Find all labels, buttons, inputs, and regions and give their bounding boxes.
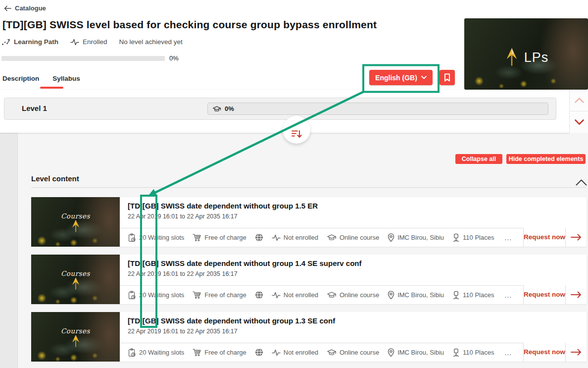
globe-icon bbox=[255, 348, 263, 357]
shopping-cart-icon bbox=[193, 233, 201, 242]
back-arrow-icon bbox=[4, 5, 11, 11]
level-progress-label: 0% bbox=[225, 105, 234, 112]
course-title[interactable]: [TD][GB] SWISS date dependent without gr… bbox=[128, 202, 587, 210]
level-content-heading: Level content bbox=[31, 174, 79, 183]
tab-syllabus[interactable]: Syllabus bbox=[52, 75, 80, 82]
price: Free of charge bbox=[193, 348, 246, 357]
price-label: Free of charge bbox=[204, 349, 246, 356]
breadcrumb-back-catalogue[interactable]: Catalogue bbox=[4, 4, 46, 12]
level-1-bar[interactable]: Level 1 0% bbox=[4, 98, 556, 120]
request-now-button[interactable]: Request now bbox=[523, 343, 566, 362]
content-type-label: Learning Path bbox=[14, 38, 58, 46]
course-thumbnail[interactable]: Courses bbox=[31, 312, 120, 362]
overall-progress-bar bbox=[1, 56, 165, 61]
request-now-button[interactable]: Request now bbox=[523, 285, 566, 304]
waiting-slots-label: 20 Waiting slots bbox=[139, 291, 184, 299]
bookmark-button[interactable] bbox=[440, 70, 455, 85]
flower-arrow-icon bbox=[70, 220, 81, 233]
enrollment: Not enrolled bbox=[272, 291, 318, 299]
bookmark-icon bbox=[444, 73, 450, 82]
learning-path-icon bbox=[1, 38, 10, 46]
course-attributes-strip: 20 Waiting slots Free of charge Not enro… bbox=[120, 285, 587, 304]
activity-pulse-icon bbox=[70, 38, 79, 46]
activity-pulse-icon bbox=[272, 234, 281, 242]
arrow-right-icon bbox=[570, 291, 582, 299]
activity-pulse-icon bbox=[272, 349, 281, 357]
enrollment-status: Enrolled bbox=[70, 38, 107, 46]
chevron-up-icon bbox=[576, 179, 587, 186]
location: IMC Birou, Sibiu bbox=[388, 291, 444, 300]
chevron-down-icon bbox=[421, 76, 427, 79]
waiting-slots-icon bbox=[128, 291, 136, 300]
globe-attribute bbox=[255, 348, 263, 357]
language-selector-label: English (GB) bbox=[375, 74, 417, 82]
more-options-button[interactable]: ... bbox=[504, 349, 512, 357]
location-label: IMC Birou, Sibiu bbox=[397, 349, 444, 356]
language-selector-button[interactable]: English (GB) bbox=[369, 70, 433, 85]
course-format-label: Online course bbox=[340, 291, 379, 299]
course-row: Courses [TD][GB] SWISS date dependent wi… bbox=[31, 255, 587, 304]
course-row: Courses [TD][GB] SWISS date dependent wi… bbox=[31, 312, 587, 362]
course-attributes-strip: 20 Waiting slots Free of charge Not enro… bbox=[120, 228, 587, 247]
more-options-button[interactable]: ... bbox=[504, 291, 512, 299]
course-format: Online course bbox=[327, 234, 379, 241]
location-label: IMC Birou, Sibiu bbox=[397, 234, 444, 241]
location: IMC Birou, Sibiu bbox=[388, 348, 444, 357]
cover-label: LPs bbox=[524, 50, 549, 65]
tab-description[interactable]: Description bbox=[2, 75, 39, 82]
location-label: IMC Birou, Sibiu bbox=[397, 291, 444, 299]
open-course-button[interactable] bbox=[566, 343, 587, 362]
globe-icon bbox=[255, 233, 263, 242]
enrollment-label: Not enrolled bbox=[284, 234, 318, 241]
level-navigation-strip bbox=[569, 90, 588, 133]
flower-arrow-icon bbox=[70, 277, 81, 290]
enrollment-label: Not enrolled bbox=[284, 349, 318, 356]
flower-arrow-icon bbox=[504, 48, 520, 67]
enrollment: Not enrolled bbox=[272, 349, 318, 357]
course-info: [TD][GB] SWISS date dependent without gr… bbox=[120, 312, 587, 343]
places-label: 110 Places bbox=[463, 234, 494, 241]
thumbnail-label: Courses bbox=[61, 327, 90, 335]
price-label: Free of charge bbox=[204, 234, 246, 241]
open-course-button[interactable] bbox=[566, 285, 587, 304]
request-now-button[interactable]: Request now bbox=[523, 228, 566, 247]
course-info: [TD][GB] SWISS date dependent without gr… bbox=[120, 255, 587, 285]
course-thumbnail[interactable]: Courses bbox=[31, 197, 120, 247]
globe-attribute bbox=[255, 291, 263, 299]
sort-button[interactable] bbox=[283, 116, 310, 144]
seat-icon bbox=[452, 348, 460, 357]
waiting-slots: 20 Waiting slots bbox=[128, 291, 184, 300]
next-level-button[interactable] bbox=[570, 111, 588, 133]
tab-bar: Description Syllabus bbox=[2, 75, 94, 82]
course-format-label: Online course bbox=[340, 349, 379, 356]
sort-descending-icon bbox=[291, 129, 302, 139]
previous-level-button[interactable] bbox=[570, 90, 588, 111]
shopping-cart-icon bbox=[193, 291, 201, 299]
map-pin-icon bbox=[388, 348, 394, 357]
waiting-slots-label: 20 Waiting slots bbox=[139, 349, 184, 356]
course-thumbnail[interactable]: Courses bbox=[31, 255, 120, 304]
enrollment-label: Not enrolled bbox=[284, 291, 318, 299]
course-dates: 22 Apr 2019 16:01 to 22 Apr 2035 16:17 bbox=[128, 270, 587, 277]
course-title[interactable]: [TD][GB] SWISS date dependent without gr… bbox=[128, 259, 587, 267]
thumbnail-label: Courses bbox=[61, 212, 90, 220]
arrow-right-icon bbox=[570, 233, 582, 241]
chevron-down-icon bbox=[575, 119, 584, 125]
request-now-label: Request now bbox=[524, 234, 565, 241]
enrollment-status-label: Enrolled bbox=[83, 38, 107, 46]
level-status: No level achieved yet bbox=[119, 38, 183, 46]
meta-row: Learning Path Enrolled No level achieved… bbox=[1, 38, 183, 46]
enrollment: Not enrolled bbox=[272, 234, 318, 242]
places-label: 110 Places bbox=[463, 291, 494, 299]
section-divider bbox=[31, 187, 587, 188]
content-type: Learning Path bbox=[1, 38, 58, 46]
collapse-section-chevron[interactable] bbox=[576, 179, 587, 188]
more-options-button[interactable]: ... bbox=[504, 234, 512, 242]
course-format: Online course bbox=[327, 291, 379, 299]
page-title: [TD][GB] SWISS level based for checking … bbox=[2, 19, 377, 31]
open-course-button[interactable] bbox=[566, 228, 587, 247]
waiting-slots-icon bbox=[128, 233, 136, 242]
collapse-all-button[interactable]: Collapse all bbox=[455, 154, 502, 164]
course-title[interactable]: [TD][GB] SWISS date dependent without gr… bbox=[128, 316, 587, 325]
hide-completed-elements-button[interactable]: Hide completed elements bbox=[506, 154, 586, 164]
